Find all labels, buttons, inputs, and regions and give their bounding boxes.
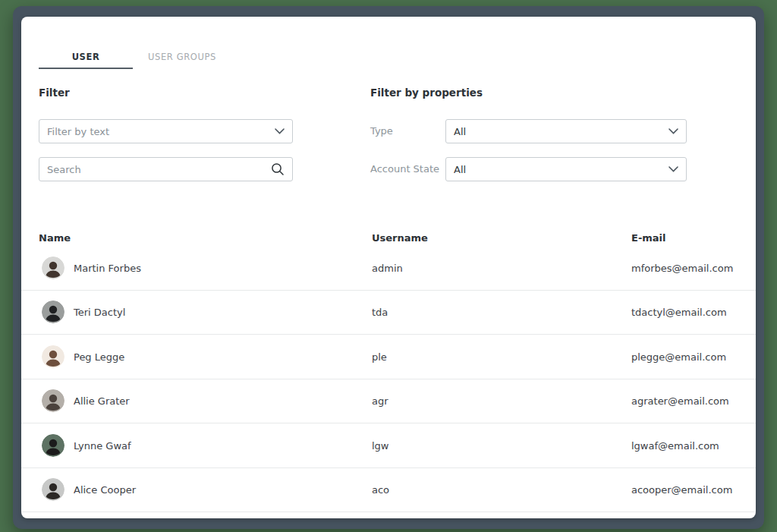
chevron-down-icon (668, 128, 678, 134)
filter-by-text-value: Filter by text (47, 126, 275, 137)
column-header-username: Username (372, 232, 428, 244)
user-username: ple (372, 351, 387, 362)
user-name: Teri Dactyl (74, 307, 125, 318)
column-header-name: Name (39, 232, 71, 244)
type-select[interactable]: All (445, 119, 687, 143)
user-username: agr (372, 395, 388, 407)
user-email: tdactyl@email.com (631, 307, 727, 318)
account-state-select[interactable]: All (445, 157, 687, 181)
user-email: agrater@email.com (631, 395, 729, 407)
type-select-value: All (454, 126, 668, 137)
type-label: Type (370, 119, 393, 143)
tab-user[interactable]: USER (39, 47, 133, 69)
search-placeholder: Search (47, 164, 271, 175)
properties-section-title: Filter by properties (370, 87, 483, 99)
user-email: acooper@email.com (631, 484, 732, 496)
table-row[interactable]: Martin Forbes admin mforbes@email.com (21, 246, 756, 291)
avatar (42, 301, 64, 323)
table-row[interactable]: Lynne Gwaf lgw lgwaf@email.com (21, 423, 756, 468)
user-name: Allie Grater (74, 395, 130, 407)
user-table-body: Martin Forbes admin mforbes@email.com Te… (21, 246, 756, 512)
filter-section-title: Filter (39, 87, 70, 99)
filter-by-text-select[interactable]: Filter by text (39, 119, 293, 143)
tab-bar: USER USER GROUPS (39, 47, 231, 69)
avatar (42, 478, 64, 501)
chevron-down-icon (275, 128, 285, 134)
user-name: Alice Cooper (74, 484, 136, 496)
table-row[interactable]: Allie Grater agr agrater@email.com (21, 379, 756, 424)
user-name: Lynne Gwaf (74, 439, 131, 451)
user-username: aco (372, 484, 389, 496)
search-input[interactable]: Search (39, 157, 293, 181)
chevron-down-icon (668, 166, 678, 172)
table-row[interactable]: Teri Dactyl tda tdactyl@email.com (21, 291, 756, 335)
user-username: tda (372, 307, 388, 318)
table-row[interactable]: Peg Legge ple plegge@email.com (21, 335, 756, 379)
user-email: plegge@email.com (631, 351, 726, 362)
avatar (42, 389, 64, 412)
account-state-select-value: All (454, 164, 668, 175)
table-header: Name Username E-mail (21, 232, 756, 247)
table-row[interactable]: Alice Cooper aco acooper@email.com (21, 468, 756, 513)
column-header-email: E-mail (631, 232, 666, 244)
avatar (42, 345, 64, 368)
user-email: mforbes@email.com (631, 262, 733, 273)
user-email: lgwaf@email.com (631, 439, 719, 451)
avatar (42, 434, 64, 457)
user-name: Martin Forbes (74, 262, 141, 273)
tab-user-groups[interactable]: USER GROUPS (133, 47, 231, 69)
avatar (42, 257, 64, 279)
search-icon[interactable] (271, 162, 285, 176)
user-username: lgw (372, 439, 389, 451)
user-username: admin (372, 262, 403, 273)
user-name: Peg Legge (74, 351, 124, 362)
account-state-label: Account State (370, 157, 439, 181)
user-management-panel: USER USER GROUPS Filter Filter by proper… (21, 17, 756, 518)
